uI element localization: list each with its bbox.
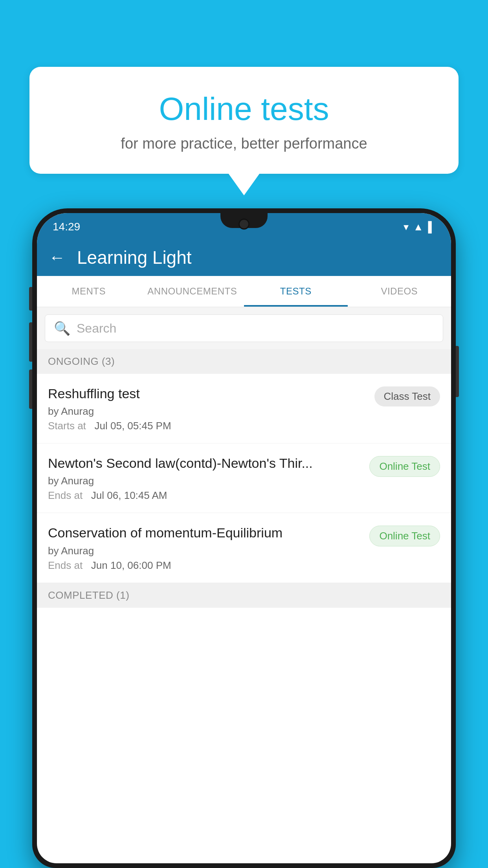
test-badge-2: Online Test bbox=[369, 456, 440, 477]
test-badge-3: Online Test bbox=[369, 526, 440, 546]
app-bar: ← Learning Light bbox=[37, 239, 451, 276]
tabs-container: MENTS ANNOUNCEMENTS TESTS VIDEOS bbox=[37, 276, 451, 307]
back-button[interactable]: ← bbox=[49, 248, 65, 267]
tab-videos[interactable]: VIDEOS bbox=[348, 276, 451, 307]
search-container: 🔍 Search bbox=[37, 307, 451, 349]
ongoing-section-header: ONGOING (3) bbox=[37, 349, 451, 374]
time-value-3: Jun 10, 06:00 PM bbox=[91, 559, 171, 571]
phone-screen: 14:29 ▾ ▲ ▌ ← Learning Light MENTS ANNOU… bbox=[37, 213, 451, 863]
test-time-3: Ends at Jun 10, 06:00 PM bbox=[48, 559, 361, 572]
test-item-3[interactable]: Conservation of momentum-Equilibrium by … bbox=[37, 513, 451, 583]
test-author-1: by Anurag bbox=[48, 405, 367, 417]
test-name-3: Conservation of momentum-Equilibrium bbox=[48, 524, 361, 541]
test-info-2: Newton's Second law(contd)-Newton's Thir… bbox=[48, 454, 361, 502]
test-info-1: Reshuffling test by Anurag Starts at Jul… bbox=[48, 385, 367, 432]
phone-frame: 14:29 ▾ ▲ ▌ ← Learning Light MENTS ANNOU… bbox=[32, 208, 456, 868]
status-icons: ▾ ▲ ▌ bbox=[404, 221, 435, 233]
test-badge-1: Class Test bbox=[374, 386, 440, 406]
search-placeholder: Search bbox=[77, 321, 116, 336]
speech-bubble-subtitle: for more practice, better performance bbox=[53, 135, 435, 152]
test-item-2[interactable]: Newton's Second law(contd)-Newton's Thir… bbox=[37, 443, 451, 513]
speech-bubble-title: Online tests bbox=[53, 90, 435, 127]
test-time-2: Ends at Jul 06, 10:45 AM bbox=[48, 489, 361, 502]
completed-section-header: COMPLETED (1) bbox=[37, 583, 451, 608]
side-button-1 bbox=[29, 287, 32, 311]
test-item-1[interactable]: Reshuffling test by Anurag Starts at Jul… bbox=[37, 374, 451, 443]
speech-bubble: Online tests for more practice, better p… bbox=[29, 67, 459, 174]
tab-tests[interactable]: TESTS bbox=[244, 276, 348, 307]
search-icon: 🔍 bbox=[54, 320, 70, 336]
test-author-2: by Anurag bbox=[48, 475, 361, 487]
time-value-1: Jul 05, 05:45 PM bbox=[95, 420, 171, 432]
search-input-wrapper[interactable]: 🔍 Search bbox=[45, 314, 443, 342]
time-label-2: Ends at bbox=[48, 489, 83, 501]
status-time: 14:29 bbox=[53, 221, 80, 233]
side-button-3 bbox=[29, 370, 32, 409]
test-time-1: Starts at Jul 05, 05:45 PM bbox=[48, 420, 367, 432]
signal-icon: ▲ bbox=[413, 221, 424, 233]
app-title: Learning Light bbox=[77, 247, 192, 268]
tab-announcements[interactable]: ANNOUNCEMENTS bbox=[141, 276, 244, 307]
wifi-icon: ▾ bbox=[404, 221, 409, 233]
test-name-1: Reshuffling test bbox=[48, 385, 367, 402]
side-button-right bbox=[456, 346, 459, 397]
time-label-1: Starts at bbox=[48, 420, 86, 432]
front-camera bbox=[238, 219, 250, 230]
tab-ments[interactable]: MENTS bbox=[37, 276, 141, 307]
test-name-2: Newton's Second law(contd)-Newton's Thir… bbox=[48, 454, 361, 472]
test-author-3: by Anurag bbox=[48, 545, 361, 557]
battery-icon: ▌ bbox=[428, 221, 435, 233]
test-info-3: Conservation of momentum-Equilibrium by … bbox=[48, 524, 361, 571]
time-value-2: Jul 06, 10:45 AM bbox=[91, 489, 167, 501]
time-label-3: Ends at bbox=[48, 559, 83, 571]
side-button-2 bbox=[29, 322, 32, 362]
